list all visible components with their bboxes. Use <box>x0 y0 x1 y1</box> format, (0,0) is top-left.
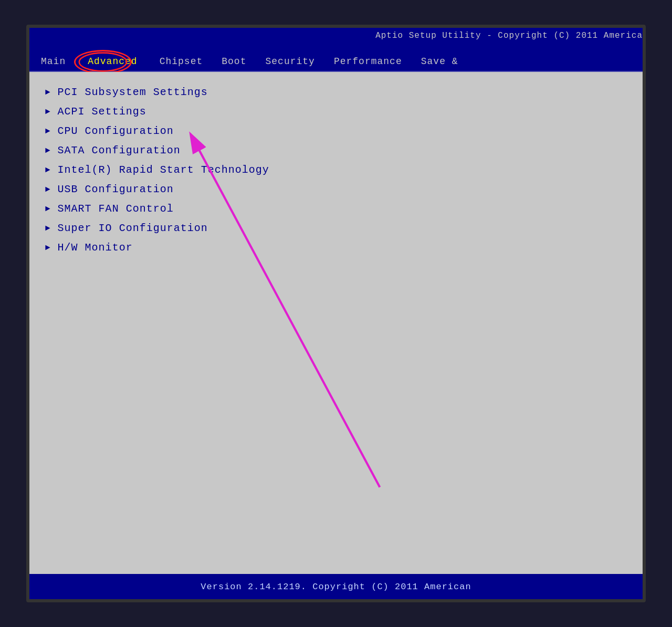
menu-label-usb: USB Configuration <box>58 183 174 195</box>
arrow-icon-hwmonitor: ► <box>45 243 50 253</box>
arrow-icon-pci: ► <box>45 88 50 97</box>
menu-label-superio: Super IO Configuration <box>58 222 208 234</box>
menu-label-hwmonitor: H/W Monitor <box>58 242 133 254</box>
nav-bar: Main Advanced Chipset Boot Security Perf… <box>29 53 643 72</box>
menu-label-intel: Intel(R) Rapid Start Technology <box>58 164 269 176</box>
menu-item-smart[interactable]: ► SMART FAN Control <box>45 199 627 218</box>
menu-label-pci: PCI Subsystem Settings <box>58 86 208 98</box>
nav-item-security[interactable]: Security <box>262 55 318 68</box>
arrow-icon-acpi: ► <box>45 107 50 117</box>
nav-item-save[interactable]: Save & <box>418 55 461 68</box>
nav-item-boot[interactable]: Boot <box>218 55 249 68</box>
arrow-icon-cpu: ► <box>45 127 50 136</box>
menu-label-sata: SATA Configuration <box>58 144 181 156</box>
bios-title: Aptio Setup Utility - Copyright (C) 2011… <box>375 31 643 40</box>
menu-item-pci[interactable]: ► PCI Subsystem Settings <box>45 82 627 102</box>
arrow-icon-usb: ► <box>45 185 50 194</box>
menu-label-acpi: ACPI Settings <box>58 106 146 118</box>
bios-footer: Version 2.14.1219. Copyright (C) 2011 Am… <box>29 574 643 599</box>
menu-item-superio[interactable]: ► Super IO Configuration <box>45 218 627 238</box>
nav-item-performance[interactable]: Performance <box>331 55 405 68</box>
menu-item-cpu[interactable]: ► CPU Configuration <box>45 121 627 141</box>
menu-item-acpi[interactable]: ► ACPI Settings <box>45 102 627 121</box>
arrow-icon-smart: ► <box>45 204 50 214</box>
bios-header: Aptio Setup Utility - Copyright (C) 2011… <box>29 28 643 53</box>
nav-item-advanced-wrapper: Advanced <box>81 55 143 68</box>
menu-item-hwmonitor[interactable]: ► H/W Monitor <box>45 238 627 257</box>
menu-label-smart: SMART FAN Control <box>58 203 174 215</box>
menu-item-intel[interactable]: ► Intel(R) Rapid Start Technology <box>45 160 627 180</box>
nav-item-main[interactable]: Main <box>38 55 69 68</box>
menu-label-cpu: CPU Configuration <box>58 125 174 137</box>
footer-version-text: Version 2.14.1219. Copyright (C) 2011 Am… <box>201 582 471 592</box>
nav-item-advanced[interactable]: Advanced <box>85 55 140 68</box>
menu-item-usb[interactable]: ► USB Configuration <box>45 180 627 199</box>
arrow-icon-intel: ► <box>45 165 50 175</box>
bios-main-content: ► PCI Subsystem Settings ► ACPI Settings… <box>29 72 643 574</box>
arrow-icon-sata: ► <box>45 146 50 155</box>
arrow-icon-superio: ► <box>45 224 50 233</box>
bios-screen: Aptio Setup Utility - Copyright (C) 2011… <box>26 25 646 602</box>
nav-item-chipset[interactable]: Chipset <box>156 55 206 68</box>
menu-item-sata[interactable]: ► SATA Configuration <box>45 141 627 160</box>
